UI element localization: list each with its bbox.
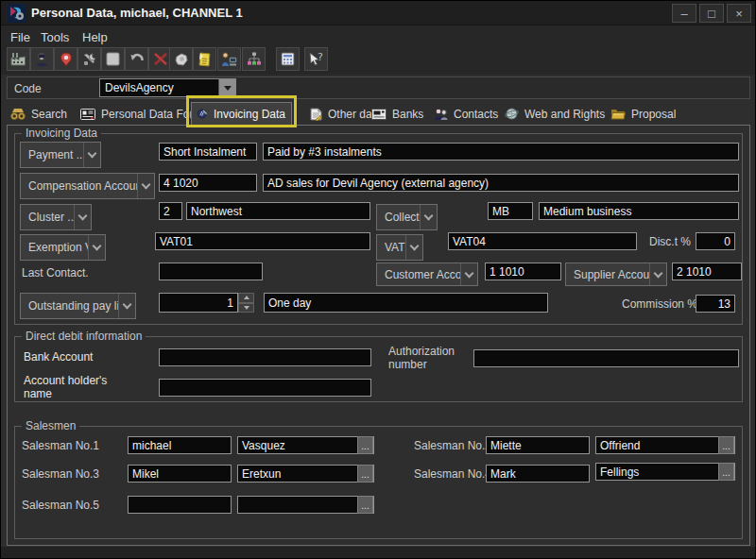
spinner-up-icon[interactable] [238, 293, 254, 303]
last-contact-field[interactable] [159, 263, 263, 280]
tab-web-and-rights[interactable]: Web and Rights [505, 103, 605, 125]
tools-icon[interactable] [77, 47, 101, 71]
supplier-account-button-label: Supplier Account [566, 268, 649, 281]
chevron-down-icon [83, 143, 100, 167]
salesman-5-browse-button[interactable]: ... [357, 496, 373, 514]
code-label: Code [14, 82, 42, 95]
outstanding-description-field[interactable]: One day [264, 293, 548, 313]
chevron-down-icon [405, 235, 422, 260]
outstanding-pay-limit-button[interactable]: Outstanding pay limit [20, 293, 136, 319]
cluster-button[interactable]: Cluster .. [20, 204, 92, 230]
collection-code-field[interactable]: MB [488, 202, 533, 220]
salesman-1-first-field[interactable]: michael [128, 436, 232, 454]
exemption-vat-field[interactable]: VAT01 [155, 232, 370, 250]
bank-account-field[interactable] [159, 348, 371, 366]
account-holder-field[interactable] [159, 379, 371, 397]
supplier-account-button[interactable]: Supplier Account [565, 263, 667, 286]
salesman-4-last-field[interactable]: Fellings [595, 463, 735, 481]
maximize-button[interactable]: □ [699, 4, 724, 23]
exemption-vat-button[interactable]: Exemption VAT [20, 234, 106, 261]
account-holder-label: Account holder's name [24, 374, 128, 400]
tab-proposal-label: Proposal [631, 108, 676, 121]
close-button[interactable]: × [727, 4, 751, 23]
commission-label: Commission % [622, 297, 697, 311]
org-chart-icon[interactable] [242, 47, 266, 71]
person-icon[interactable] [30, 47, 54, 71]
window-title: Personal Data, michael, CHANNEL 1 [31, 6, 243, 20]
factory-icon[interactable] [7, 47, 30, 71]
highlight-box [186, 95, 297, 127]
menu-help[interactable]: Help [82, 30, 108, 44]
chevron-down-icon [137, 174, 154, 198]
cluster-button-label: Cluster .. [21, 211, 74, 224]
menu-tools[interactable]: Tools [41, 30, 69, 44]
contacts-icon [434, 108, 448, 121]
exemption-vat-button-label: Exemption VAT [21, 241, 88, 254]
outstanding-number-field[interactable]: 1 [159, 293, 238, 313]
svg-text:?: ? [318, 52, 323, 63]
customer-account-button-label: Customer Account [377, 268, 460, 281]
tab-search[interactable]: Search [10, 103, 67, 125]
chevron-down-icon[interactable] [218, 79, 235, 96]
payment-button[interactable]: Payment ... [20, 142, 101, 168]
cluster-code-field[interactable]: 2 [159, 202, 182, 220]
document-icon [310, 108, 322, 121]
salesman-1-last-field[interactable]: Vasquez [237, 436, 374, 454]
chevron-down-icon [74, 205, 91, 229]
supplier-account-field[interactable]: 2 1010 [672, 263, 742, 280]
code-select-value: DevilsAgency [100, 81, 218, 94]
salesman-5-first-field[interactable] [128, 496, 232, 514]
salesman-3-first-field[interactable]: Mikel [128, 465, 232, 483]
vat-button[interactable]: VAT [376, 234, 423, 261]
salesman-4-first-field[interactable]: Mark [486, 465, 590, 483]
tab-proposal[interactable]: Proposal [610, 103, 676, 125]
spinner-down-icon[interactable] [238, 303, 254, 313]
salesman-5-last-field[interactable] [237, 496, 374, 514]
tab-contacts[interactable]: Contacts [434, 103, 498, 125]
commission-field[interactable]: 13 [696, 295, 735, 313]
compensation-code-field[interactable]: 4 1020 [159, 174, 257, 192]
location-pin-icon[interactable] [54, 47, 77, 71]
salesman-2-first-field[interactable]: Miette [486, 436, 590, 454]
authorization-number-field[interactable] [473, 349, 739, 367]
tab-personal-data-form[interactable]: Personal Data Form [80, 103, 202, 125]
code-select[interactable]: DevilsAgency [99, 78, 236, 97]
chevron-down-icon [460, 263, 477, 285]
calculator-icon[interactable] [276, 47, 300, 71]
outstanding-spinner[interactable] [238, 293, 254, 313]
salesman-2-last-field[interactable]: Offriend [595, 436, 735, 454]
blank-icon[interactable] [101, 47, 125, 71]
tab-contacts-label: Contacts [454, 108, 498, 121]
paste-icon[interactable] [169, 47, 193, 71]
note-icon[interactable] [193, 47, 216, 71]
customer-account-button[interactable]: Customer Account [376, 263, 478, 286]
application-window: Personal Data, michael, CHANNEL 1 – □ × … [0, 0, 756, 559]
salesman-3-label: Salesman No.3 [22, 467, 99, 481]
salesman-1-browse-button[interactable]: ... [357, 436, 373, 454]
compensation-description-field[interactable]: AD sales for Devil Agency (external agen… [263, 174, 739, 192]
payment-code-field[interactable]: Short Instalment [159, 143, 257, 161]
collection-name-field[interactable]: Medium business [539, 202, 739, 220]
salesman-3-last-field[interactable]: Eretxun [237, 465, 374, 483]
payment-description-field[interactable]: Paid by #3 instalments [263, 143, 739, 161]
customer-account-field[interactable]: 1 1010 [485, 263, 561, 280]
help-pointer-icon[interactable]: ? [304, 47, 328, 71]
outstanding-pay-limit-button-label: Outstanding pay limit [21, 299, 118, 313]
salesman-4-browse-button[interactable]: ... [718, 463, 734, 481]
direct-debit-group-title: Direct debit information [22, 330, 146, 343]
window-bottom-frame [1, 547, 756, 559]
vat-field[interactable]: VAT04 [448, 232, 637, 250]
tab-banks[interactable]: Banks [371, 103, 423, 125]
menu-file[interactable]: File [10, 30, 30, 44]
undo-icon[interactable] [125, 47, 148, 71]
cluster-name-field[interactable]: Northwest [186, 202, 370, 220]
salesman-1-label: Salesman No.1 [22, 439, 99, 452]
salesman-2-browse-button[interactable]: ... [718, 436, 734, 454]
salesmen-group-title: Salesmen [22, 419, 79, 432]
salesman-3-browse-button[interactable]: ... [357, 465, 373, 483]
operator-icon[interactable] [217, 47, 241, 71]
discount-field[interactable]: 0 [696, 232, 735, 250]
compensation-account-button[interactable]: Compensation Account [20, 173, 155, 199]
minimize-button[interactable]: – [672, 4, 696, 23]
collection-button[interactable]: Collection [376, 204, 438, 230]
